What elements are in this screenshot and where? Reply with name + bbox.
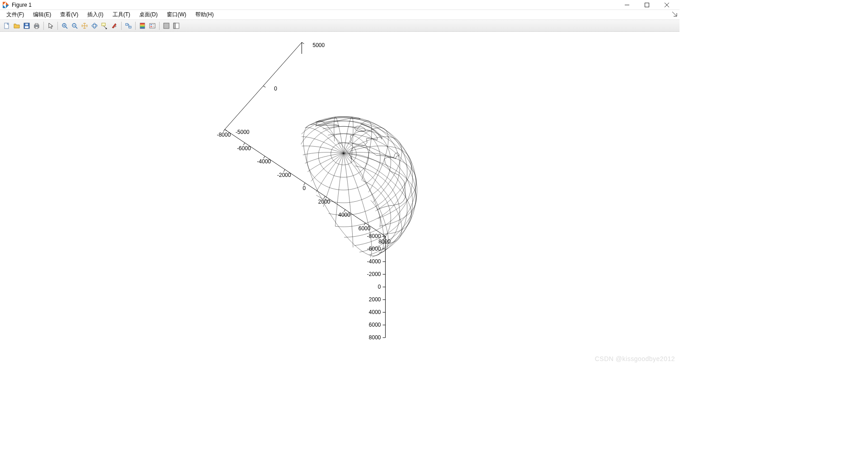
print-icon[interactable]: [32, 21, 42, 31]
pan-icon[interactable]: [80, 21, 90, 31]
link-icon[interactable]: [123, 21, 133, 31]
svg-point-19: [93, 23, 96, 29]
svg-rect-26: [140, 23, 145, 24]
tick-label: 0: [378, 284, 381, 290]
svg-rect-1: [645, 3, 649, 7]
zoom-out-icon[interactable]: [70, 21, 80, 31]
svg-point-18: [92, 24, 97, 27]
tick-label: -8000: [217, 132, 231, 138]
svg-rect-30: [150, 24, 155, 28]
toolbar-separator: [159, 22, 160, 30]
close-button[interactable]: [657, 0, 677, 10]
open-file-icon[interactable]: [12, 21, 22, 31]
svg-rect-35: [164, 23, 169, 29]
matlab-icon: [3, 2, 9, 8]
svg-rect-7: [25, 24, 28, 25]
tick-label: 0: [302, 185, 306, 191]
svg-rect-10: [35, 27, 38, 29]
tick-label: 4000: [369, 309, 381, 315]
svg-line-16: [75, 27, 77, 29]
tick-label: -2000: [367, 271, 381, 277]
hide-plottools-icon[interactable]: [161, 21, 171, 31]
figure-canvas[interactable]: -8000-6000-4000-200002000400060008000800…: [0, 32, 679, 365]
tick-label: 6000: [359, 225, 371, 232]
menubar: 文件(F) 编辑(E) 查看(V) 插入(I) 工具(T) 桌面(D) 窗口(W…: [0, 10, 679, 20]
zoom-in-icon[interactable]: [60, 21, 70, 31]
save-icon[interactable]: [22, 21, 32, 31]
menu-view[interactable]: 查看(V): [56, 10, 83, 19]
svg-rect-6: [25, 26, 28, 28]
svg-line-56: [225, 129, 227, 131]
svg-point-22: [106, 28, 107, 29]
menu-edit[interactable]: 编辑(E): [28, 10, 56, 19]
toolbar-separator: [135, 22, 136, 30]
svg-line-58: [302, 43, 304, 44]
tick-label: 2000: [369, 296, 381, 303]
tick-label: 4000: [338, 212, 350, 218]
svg-rect-29: [140, 27, 145, 29]
colorbar-icon[interactable]: [137, 21, 147, 31]
menu-help[interactable]: 帮助(H): [191, 10, 218, 19]
menu-insert[interactable]: 插入(I): [83, 10, 108, 19]
tick-label: -2000: [277, 172, 291, 178]
svg-rect-20: [102, 23, 105, 26]
pointer-icon[interactable]: [46, 21, 56, 31]
minimize-button[interactable]: [617, 0, 637, 10]
menu-tools[interactable]: 工具(T): [108, 10, 135, 19]
svg-rect-27: [140, 24, 145, 26]
maximize-button[interactable]: [637, 0, 657, 10]
dock-arrow-icon[interactable]: [671, 11, 678, 17]
brush-icon[interactable]: [109, 21, 119, 31]
toolbar-separator: [43, 22, 44, 30]
tick-label: -6000: [237, 145, 251, 152]
tick-label: -6000: [367, 246, 381, 252]
coastlines: [316, 117, 406, 210]
rotate3d-icon[interactable]: [90, 21, 99, 31]
tick-label: 8000: [378, 238, 391, 245]
svg-rect-24: [129, 26, 131, 28]
tick-label: 2000: [318, 199, 330, 205]
tick-label: 6000: [369, 322, 381, 328]
tick-label: -4000: [367, 258, 381, 265]
menu-desktop[interactable]: 桌面(D): [135, 10, 162, 19]
menu-file[interactable]: 文件(F): [2, 10, 28, 19]
svg-line-21: [104, 26, 106, 28]
menu-window[interactable]: 窗口(W): [162, 10, 191, 19]
datatip-icon[interactable]: [99, 21, 109, 31]
show-plottools-icon[interactable]: [171, 21, 181, 31]
toolbar-separator: [57, 22, 58, 30]
globe-wireframe: [301, 117, 417, 257]
svg-rect-9: [35, 24, 38, 25]
svg-rect-37: [174, 23, 175, 29]
new-file-icon[interactable]: [2, 21, 12, 31]
titlebar: Figure 1: [0, 0, 679, 10]
window-title: Figure 1: [12, 2, 32, 8]
svg-line-57: [263, 86, 265, 87]
toolbar: [0, 20, 679, 32]
tick-label: -4000: [257, 158, 271, 165]
tick-label: 5000: [313, 42, 325, 48]
axes-3d[interactable]: -8000-6000-4000-200002000400060008000800…: [0, 32, 679, 365]
tick-label: 8000: [369, 334, 381, 341]
svg-rect-23: [126, 24, 128, 25]
svg-line-12: [66, 27, 67, 29]
svg-rect-28: [140, 26, 145, 27]
tick-label: 0: [274, 86, 277, 92]
tick-label: -5000: [236, 129, 250, 135]
legend-icon[interactable]: [147, 21, 157, 31]
toolbar-separator: [121, 22, 122, 30]
axis-ticks: -8000-6000-4000-200002000400060008000800…: [217, 42, 391, 341]
